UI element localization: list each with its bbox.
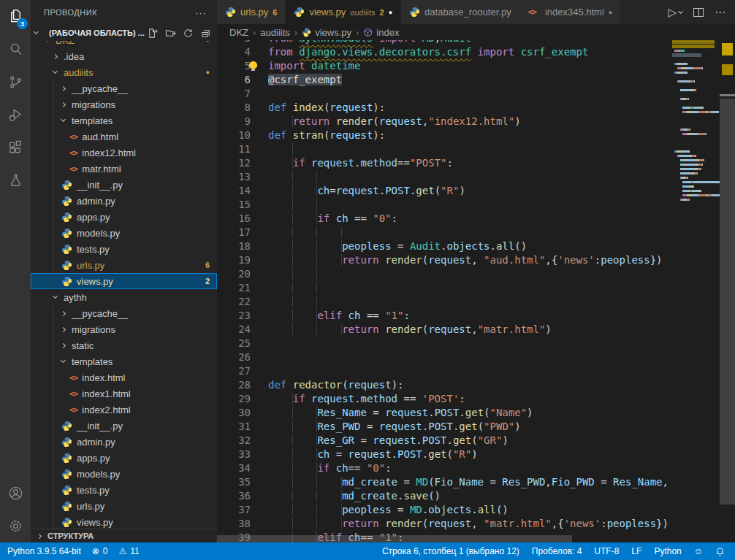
tree-item-matr.html[interactable]: <>matr.html <box>31 161 217 177</box>
tree-item-index2.html[interactable]: <>index2.html <box>31 402 217 418</box>
code-line-34[interactable]: 34 if ch== "0": <box>217 461 672 475</box>
tree-item-migrations[interactable]: migrations <box>31 321 217 337</box>
outline-section-header[interactable]: СТРУКТУРА <box>31 529 217 542</box>
tree-item-templates[interactable]: templates <box>31 112 217 129</box>
code-line-30[interactable]: 30 Res_Name = request.POST.get("Name") <box>217 406 672 420</box>
code-line-32[interactable]: 32 Res_GR = request.POST.get("GR") <box>217 434 672 448</box>
editor-more-actions-button[interactable]: ⋯ <box>715 6 726 19</box>
testing-activity-button[interactable] <box>0 164 31 197</box>
status-item-11[interactable]: ⚠11 <box>118 546 139 556</box>
code-line-36[interactable]: 36 md_create.save() <box>217 489 672 503</box>
tree-item-admin.py[interactable]: admin.py <box>31 193 217 209</box>
tree-item-urls.py[interactable]: urls.py6 <box>31 257 217 273</box>
tree-item-views.py[interactable]: views.py <box>31 514 217 529</box>
code-line-3[interactable]: 3from aythh.models import MD,Audit <box>217 40 672 45</box>
tree-item-tests.py[interactable]: tests.py <box>31 241 217 257</box>
code-editor[interactable]: 3from aythh.models import MD,Audit4from … <box>217 40 735 542</box>
code-line-18[interactable]: 18 peopless = Audit.objects.all() <box>217 239 672 253</box>
run-python-file-button[interactable]: ▷ <box>668 7 682 18</box>
breadcrumb-item-index[interactable]: index <box>363 27 399 38</box>
explorer-more-actions-button[interactable]: ··· <box>195 7 207 18</box>
unsaved-dot-icon[interactable]: ● <box>609 9 612 16</box>
search-activity-button[interactable] <box>0 33 31 66</box>
status-item-Python[interactable]: Python <box>654 546 681 556</box>
tree-item-index1.html[interactable]: <>index1.html <box>31 386 217 402</box>
tree-item-DKZ[interactable]: DKZ● <box>31 41 217 48</box>
split-editor-button[interactable] <box>693 8 704 17</box>
tree-item-aythh[interactable]: aythh <box>31 289 217 305</box>
tree-item-static[interactable]: static <box>31 337 217 353</box>
tree-item-aud.html[interactable]: <>aud.html <box>31 129 217 145</box>
settings-button[interactable] <box>0 510 31 542</box>
code-line-10[interactable]: 10def stran(request): <box>217 129 672 142</box>
tree-item-__init__.py[interactable]: __init__.py <box>31 418 217 434</box>
refresh-button[interactable] <box>183 28 194 39</box>
code-line-9[interactable]: 9 return render(request,"index12.html") <box>217 115 672 129</box>
tree-item-tests.py[interactable]: tests.py <box>31 482 217 498</box>
code-line-17[interactable]: 17 <box>217 226 672 239</box>
status-item-Строка[interactable]: Строка 6, столбец 1 (выбрано 12) <box>382 546 519 556</box>
tree-item-views.py[interactable]: views.py2 <box>31 273 217 289</box>
code-line-20[interactable]: 20 <box>217 267 672 281</box>
tree-item-__pycache__[interactable]: __pycache__ <box>31 80 217 96</box>
code-line-28[interactable]: 28def redactor(request): <box>217 378 672 392</box>
code-line-14[interactable]: 14 ch=request.POST.get("R") <box>217 184 672 198</box>
breadcrumb-item-views.py[interactable]: views.py <box>302 27 351 38</box>
minimap[interactable] <box>672 40 720 542</box>
status-item-bell[interactable] <box>715 547 725 556</box>
collapse-all-button[interactable] <box>200 28 211 39</box>
tree-item-models.py[interactable]: models.py <box>31 466 217 482</box>
code-line-16[interactable]: 16 if ch == "0": <box>217 212 672 226</box>
status-item-0[interactable]: ⊗0 <box>92 546 108 556</box>
code-line-11[interactable]: 11 <box>217 142 672 156</box>
code-line-21[interactable]: 21 <box>217 281 672 295</box>
tree-item-.idea[interactable]: .idea <box>31 48 217 64</box>
code-line-33[interactable]: 33 ch = request.POST.get("R") <box>217 448 672 461</box>
code-line-23[interactable]: 23 elif ch == "1": <box>217 309 672 323</box>
horizontal-scrollbar-thumb[interactable] <box>217 535 572 542</box>
code-line-5[interactable]: 5import datetime <box>217 59 672 73</box>
code-line-6[interactable]: 6@csrf_exempt <box>217 73 672 87</box>
workspace-section-title[interactable]: (РАБОЧАЯ ОБЛАСТЬ) ... <box>49 28 148 37</box>
tree-item-__init__.py[interactable]: __init__.py <box>31 177 217 193</box>
tree-item-apps.py[interactable]: apps.py <box>31 209 217 225</box>
status-item-Пробелов[interactable]: Пробелов: 4 <box>532 546 582 556</box>
code-line-22[interactable]: 22 <box>217 295 672 309</box>
code-line-24[interactable]: 24 return render(request,"matr.html") <box>217 323 672 337</box>
tree-item-index.html[interactable]: <>index.html <box>31 369 217 386</box>
code-line-38[interactable]: 38 return render(request, "matr.html",{'… <box>217 517 672 531</box>
lightbulb-icon[interactable] <box>249 61 257 69</box>
code-line-7[interactable]: 7 <box>217 87 672 101</box>
breadcrumb-item-DKZ[interactable]: DKZ <box>229 27 248 38</box>
tree-item-migrations[interactable]: migrations <box>31 96 217 112</box>
tab-database_roouter.py[interactable]: database_roouter.py <box>401 0 520 24</box>
code-line-37[interactable]: 37 peopless = MD.objects.all() <box>217 503 672 517</box>
tab-index345.html[interactable]: <>index345.html● <box>520 0 622 24</box>
code-line-31[interactable]: 31 Res_PWD = request.POST.get("PWD") <box>217 420 672 434</box>
code-line-13[interactable]: 13 <box>217 170 672 184</box>
code-line-29[interactable]: 29 if request.method == 'POST': <box>217 392 672 406</box>
tree-item-index12.html[interactable]: <>index12.html <box>31 145 217 161</box>
tab-urls.py[interactable]: urls.py6 <box>217 0 286 24</box>
code-line-8[interactable]: 8def index(request): <box>217 101 672 115</box>
code-line-15[interactable]: 15 <box>217 198 672 212</box>
tree-item-urls.py[interactable]: urls.py <box>31 498 217 514</box>
tree-item-templates[interactable]: templates <box>31 353 217 369</box>
status-item-LF[interactable]: LF <box>631 546 641 556</box>
code-line-4[interactable]: 4from django.views.decorators.csrf impor… <box>217 45 672 59</box>
tab-views.py[interactable]: views.pyaudiiits2● <box>286 0 401 24</box>
breadcrumb-item-audiiits[interactable]: audiiits <box>260 27 289 38</box>
unsaved-dot-icon[interactable]: ● <box>389 9 392 16</box>
code-line-25[interactable]: 25 <box>217 337 672 350</box>
tree-item-apps.py[interactable]: apps.py <box>31 450 217 466</box>
tree-item-audiiits[interactable]: audiiits● <box>31 64 217 80</box>
code-line-27[interactable]: 27 <box>217 364 672 378</box>
source-control-activity-button[interactable] <box>0 66 31 99</box>
code-line-12[interactable]: 12 if request.method=="POST": <box>217 156 672 170</box>
tree-item-__pycache__[interactable]: __pycache__ <box>31 305 217 321</box>
account-button[interactable] <box>0 477 31 510</box>
run-debug-activity-button[interactable] <box>0 99 31 131</box>
code-line-19[interactable]: 19 return render(request, "aud.html",{'n… <box>217 253 672 267</box>
code-line-35[interactable]: 35 md_create = MD(Fio_Name = Res_PWD,Fio… <box>217 475 672 489</box>
code-line-26[interactable]: 26 <box>217 350 672 364</box>
